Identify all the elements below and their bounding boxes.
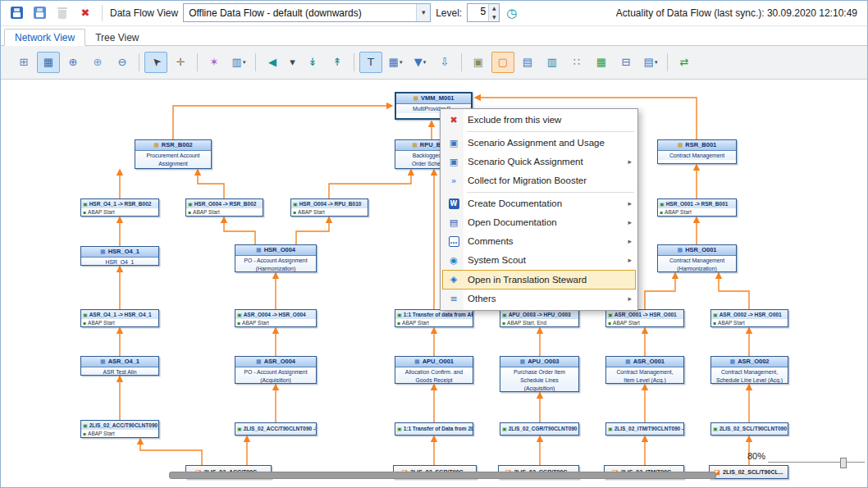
toolbar-separator bbox=[461, 53, 462, 71]
expand-all-tool[interactable]: ↟ bbox=[326, 52, 349, 73]
table-filter-icon: ▼ bbox=[414, 56, 423, 68]
menu-item-open-in-translation-steward[interactable]: ◈Open in Translation Steward bbox=[442, 270, 636, 290]
spinner-up-icon[interactable]: ▲ bbox=[489, 4, 499, 13]
hierarchy-tool[interactable]: ⊟ bbox=[614, 52, 637, 73]
table-view-tool[interactable]: ▦▾ bbox=[384, 52, 407, 73]
node-title: ASR_O001 bbox=[633, 357, 665, 367]
zoom-out-tool[interactable]: ⊖ bbox=[111, 52, 134, 73]
monitor-tool[interactable]: ▤▾ bbox=[639, 52, 662, 73]
node-TR11[interactable]: ▣2LIS_02_ACC/T90CLNT090 ->...▪ABAP Start bbox=[80, 420, 159, 438]
data-transfer-tool[interactable]: ▤ bbox=[516, 52, 539, 73]
menu-item-open-documentation[interactable]: ▤Open Documentation▸ bbox=[442, 213, 636, 232]
pan-tool-tool[interactable]: ✛ bbox=[169, 52, 192, 73]
chevron-down-icon[interactable]: ▾ bbox=[416, 4, 430, 21]
node-TR1[interactable]: ▣HSR_O4_1 -> RSR_B002▪ABAP Start bbox=[80, 198, 159, 217]
node-TR14[interactable]: ▣2LIS_02_CGR/T90CLNT090 ->... bbox=[500, 422, 579, 436]
clock-icon[interactable]: ◷ bbox=[506, 6, 517, 21]
magic-wand-icon: ✶ bbox=[210, 56, 219, 68]
filter-down-tool[interactable]: ⇩ bbox=[433, 52, 456, 73]
save-all-button[interactable] bbox=[30, 4, 48, 22]
zoom-slider[interactable] bbox=[768, 462, 865, 463]
node-title: 2LIS_02_SCL/T90CL... bbox=[723, 469, 783, 475]
highlight-frame-tool[interactable]: ▢ bbox=[491, 52, 514, 73]
table-filter-tool[interactable]: ▼▾ bbox=[409, 52, 432, 73]
remove-icon: ✖ bbox=[81, 7, 90, 19]
level-spinner[interactable]: 5 ▲▼ bbox=[467, 3, 500, 22]
menu-item-system-scout[interactable]: ◉System Scout▸ bbox=[442, 251, 636, 270]
zoom-in-tool[interactable]: ⊕ bbox=[62, 52, 85, 73]
save-button[interactable] bbox=[7, 4, 25, 22]
transport-tool[interactable]: ▥ bbox=[541, 52, 564, 73]
menu-item-label: Others bbox=[468, 294, 623, 303]
node-HSR_O001[interactable]: ▦HSR_O001Contract Management(Harmonizati… bbox=[657, 244, 737, 272]
node-TR3[interactable]: ▣HSR_O004 -> RPU_B010▪ABAP Start bbox=[290, 198, 368, 217]
node-header: ▦APU_O001 bbox=[395, 357, 473, 367]
node-TR10[interactable]: ▣ASR_O002 -> HSR_O001▪ABAP Start bbox=[710, 309, 788, 327]
zoom-original-tool[interactable]: ⊕ bbox=[86, 52, 109, 73]
node-body: Purchase Order ItemSchedule Lines(Acquis… bbox=[500, 367, 578, 392]
delete-button[interactable] bbox=[53, 4, 71, 22]
spinner-down-icon[interactable]: ▼ bbox=[489, 13, 499, 22]
tab-network-view[interactable]: Network View bbox=[4, 29, 85, 46]
magic-wand-tool[interactable]: ✶ bbox=[203, 52, 226, 73]
node-TR5[interactable]: ▣ASR_O4_1 -> HSR_O4_1▪ABAP Start bbox=[80, 309, 159, 327]
node-TR9[interactable]: ▣ASR_O001 -> HSR_O001▪ABAP Start bbox=[605, 309, 684, 327]
swimlane-tool[interactable]: ▥▾ bbox=[227, 52, 250, 73]
select-tool-tool[interactable]: ➤ bbox=[144, 52, 167, 73]
refresh-tool[interactable]: ⇄ bbox=[673, 52, 696, 73]
scenario-quick-assignment-icon: ▣ bbox=[445, 157, 463, 167]
tab-tree-view[interactable]: Tree View bbox=[85, 30, 148, 45]
node-ASR_O004[interactable]: ▦ASR_O004PO - Account Assignment(Acquisi… bbox=[235, 356, 317, 384]
menu-item-others[interactable]: ≡Others▸ bbox=[442, 290, 636, 308]
collapse-all-tool[interactable]: ↡ bbox=[301, 52, 324, 73]
menu-item-scenario-assignment-and-usage[interactable]: ▣Scenario Assignment and Usage bbox=[442, 134, 636, 153]
menu-item-exclude-from-this-view[interactable]: ✖Exclude from this view bbox=[442, 111, 636, 130]
node-body: Contract Management,Schedule Line Level … bbox=[711, 367, 788, 384]
node-body: Contract Management,Item Level (Acq.) bbox=[606, 367, 683, 384]
node-ASR_O002[interactable]: ▦ASR_O002Contract Management,Schedule Li… bbox=[710, 356, 788, 384]
pixel-grid-tool[interactable]: ∷ bbox=[565, 52, 588, 73]
menu-item-scenario-quick-assignment[interactable]: ▣Scenario Quick Assignment▸ bbox=[442, 153, 636, 171]
node-TR16[interactable]: ▣2LIS_02_SCL/T90CLNT090 ->... bbox=[710, 422, 788, 436]
menu-item-comments[interactable]: …Comments▸ bbox=[442, 232, 636, 251]
text-tool-tool[interactable]: T bbox=[359, 52, 382, 73]
node-RSR_B002[interactable]: ▦RSR_B002Procurement AccountAssignment bbox=[135, 139, 212, 169]
transformation-icon: ▣ bbox=[713, 426, 718, 431]
node-TR8[interactable]: ▣APU_O003 -> HPU_O003▪ABAP Start, End bbox=[500, 309, 579, 327]
diagram-canvas[interactable]: ▦VMM_M001MultiProvider P...▦RSR_B002Proc… bbox=[1, 80, 867, 487]
zoom-slider-thumb[interactable] bbox=[840, 458, 847, 468]
node-HSR_O4_1[interactable]: ▦HSR_O4_1HSR_O4_1 bbox=[80, 246, 159, 266]
actuality-text: Actuality of Data Flow (last sync.): 30.… bbox=[616, 7, 861, 19]
data-flow-dropdown[interactable]: Offline Data Flow - default (downwards) … bbox=[183, 3, 431, 22]
node-TR12[interactable]: ▣2LIS_02_ACC/T90CLNT090 ->... bbox=[235, 422, 317, 436]
grid-view-tool[interactable]: ⊞ bbox=[12, 52, 35, 73]
node-TR6[interactable]: ▣ASR_O004 -> HSR_O004▪ABAP Start bbox=[235, 309, 317, 327]
spinner-buttons: ▲▼ bbox=[488, 4, 499, 21]
node-TR2[interactable]: ▣HSR_O004 -> RSR_B002▪ABAP Start bbox=[185, 198, 263, 217]
jump-options-caret-tool[interactable]: ▾ bbox=[286, 52, 299, 73]
node-TR15[interactable]: ▣2LIS_02_ITM/T90CLNT090 ->... bbox=[605, 422, 684, 436]
node-ASR_O001[interactable]: ▦ASR_O001Contract Management,Item Level … bbox=[605, 356, 684, 384]
lock-tool[interactable]: ▣ bbox=[467, 52, 490, 73]
node-TR13[interactable]: ▣1:1 Transfer of Data from 2LIS... bbox=[395, 422, 473, 436]
node-TR7[interactable]: ▣1:1 Transfer of data from APU...▪ABAP S… bbox=[395, 309, 473, 327]
menu-item-label: Comments bbox=[468, 236, 623, 246]
menu-item-label: Create Documentation bbox=[468, 198, 623, 208]
export-table-tool[interactable]: ▦ bbox=[590, 52, 613, 73]
auto-layout-tool[interactable]: ▦ bbox=[37, 52, 60, 73]
monitor-icon: ▤ bbox=[644, 56, 654, 68]
menu-item-create-documentation[interactable]: WCreate Documentation▸ bbox=[442, 194, 636, 213]
node-HSR_O004[interactable]: ▦HSR_O004PO - Account Assignment(Harmoni… bbox=[235, 244, 317, 272]
jump-to-start-tool[interactable]: ◀ bbox=[261, 52, 284, 73]
node-ASR_O4_1[interactable]: ▦ASR_O4_1ASR Test Alin bbox=[80, 356, 159, 376]
routine-icon: ▪ bbox=[83, 209, 86, 215]
horizontal-scrollbar-thumb[interactable] bbox=[169, 472, 716, 479]
node-APU_O003[interactable]: ▦APU_O003Purchase Order ItemSchedule Lin… bbox=[500, 356, 579, 392]
node-RSR_B001[interactable]: ▦RSR_B001Contract Management bbox=[657, 139, 737, 164]
remove-data-flow-button[interactable]: ✖ bbox=[76, 4, 94, 22]
node-TR4[interactable]: ▣HSR_O001 -> RSR_B001▪ABAP Start bbox=[657, 198, 737, 217]
data-flow-view-label: Data Flow View bbox=[110, 7, 178, 19]
node-title: 2LIS_02_ITM/T90CLNT090 ->... bbox=[614, 426, 683, 431]
node-APU_O001[interactable]: ▦APU_O001Allocation Confirm. andGoods Re… bbox=[395, 356, 473, 384]
menu-item-collect-for-migration-booster[interactable]: »Collect for Migration Booster bbox=[442, 171, 636, 190]
